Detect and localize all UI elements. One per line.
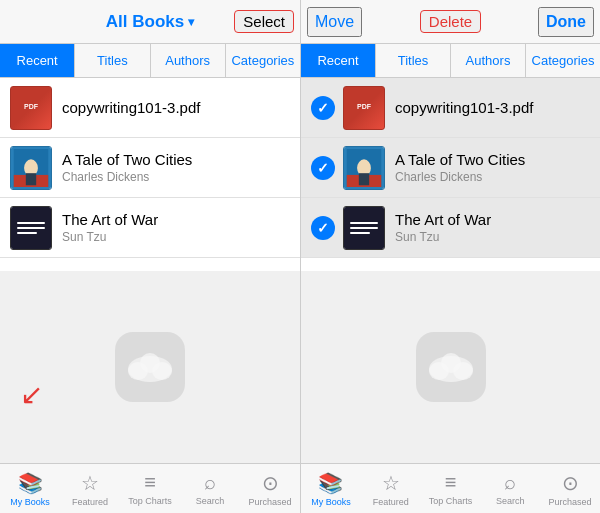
header-title-text: All Books bbox=[106, 12, 184, 32]
delete-button[interactable]: Delete bbox=[420, 10, 481, 33]
search-icon-left: ⌕ bbox=[204, 471, 216, 494]
featured-icon-right: ☆ bbox=[382, 471, 400, 495]
book-cover-pdf-right: PDF bbox=[343, 86, 385, 130]
nav-purchased-label-left: Purchased bbox=[248, 497, 291, 507]
nav-topcharts-right[interactable]: ≡ Top Charts bbox=[421, 464, 481, 513]
done-button[interactable]: Done bbox=[538, 7, 594, 37]
book-info-cities-left: A Tale of Two Cities Charles Dickens bbox=[62, 151, 290, 184]
right-bottom-nav: 📚 My Books ☆ Featured ≡ Top Charts ⌕ Sea… bbox=[301, 463, 600, 513]
book-info-war-left: The Art of War Sun Tzu bbox=[62, 211, 290, 244]
book-item-cities-left[interactable]: A Tale of Two Cities Charles Dickens bbox=[0, 138, 300, 198]
red-arrow-icon: ↙ bbox=[20, 379, 43, 410]
left-panel: All Books ▾ Select Recent Titles Authors… bbox=[0, 0, 300, 513]
book-info-cities-right: A Tale of Two Cities Charles Dickens bbox=[395, 151, 590, 184]
book-cover-cities-right bbox=[343, 146, 385, 190]
tab-authors-left[interactable]: Authors bbox=[151, 44, 226, 77]
book-cover-cities-left bbox=[10, 146, 52, 190]
nav-topcharts-label-right: Top Charts bbox=[429, 496, 473, 506]
book-title-pdf-left: copywriting101-3.pdf bbox=[62, 99, 290, 116]
left-header: All Books ▾ Select bbox=[0, 0, 300, 44]
book-title-cities-left: A Tale of Two Cities bbox=[62, 151, 290, 168]
book-cover-war-right bbox=[343, 206, 385, 250]
nav-featured-label-left: Featured bbox=[72, 497, 108, 507]
tab-authors-right[interactable]: Authors bbox=[451, 44, 526, 77]
left-bottom-nav: 📚 My Books ☆ Featured ≡ Top Charts ⌕ Sea… bbox=[0, 463, 300, 513]
left-book-list: PDF copywriting101-3.pdf A Tale of bbox=[0, 78, 300, 271]
svg-point-7 bbox=[140, 353, 160, 373]
nav-featured-label-right: Featured bbox=[373, 497, 409, 507]
select-check-cities: ✓ bbox=[311, 156, 335, 180]
book-title-war-right: The Art of War bbox=[395, 211, 590, 228]
purchased-icon-left: ⊙ bbox=[262, 471, 279, 495]
chevron-down-icon: ▾ bbox=[188, 15, 194, 29]
purchased-icon-right: ⊙ bbox=[562, 471, 579, 495]
tab-titles-left[interactable]: Titles bbox=[75, 44, 150, 77]
book-info-pdf-right: copywriting101-3.pdf bbox=[395, 99, 590, 116]
right-book-list: ✓ PDF copywriting101-3.pdf ✓ bbox=[301, 78, 600, 271]
book-item-pdf-left[interactable]: PDF copywriting101-3.pdf bbox=[0, 78, 300, 138]
left-tabs: Recent Titles Authors Categories bbox=[0, 44, 300, 78]
nav-mybooks-label-right: My Books bbox=[311, 497, 351, 507]
nav-featured-left[interactable]: ☆ Featured bbox=[60, 464, 120, 513]
featured-icon: ☆ bbox=[81, 471, 99, 495]
tab-categories-right[interactable]: Categories bbox=[526, 44, 600, 77]
book-item-cities-right[interactable]: ✓ A Tale of Two Cities Charles Dickens bbox=[301, 138, 600, 198]
book-author-war-right: Sun Tzu bbox=[395, 230, 590, 244]
nav-topcharts-left[interactable]: ≡ Top Charts bbox=[120, 464, 180, 513]
mybooks-icon: 📚 bbox=[18, 471, 43, 495]
book-item-pdf-right[interactable]: ✓ PDF copywriting101-3.pdf bbox=[301, 78, 600, 138]
select-check-pdf: ✓ bbox=[311, 96, 335, 120]
right-tabs: Recent Titles Authors Categories bbox=[301, 44, 600, 78]
right-empty-area bbox=[301, 271, 600, 464]
icloud-icon-right bbox=[416, 332, 486, 402]
book-title-pdf-right: copywriting101-3.pdf bbox=[395, 99, 590, 116]
mybooks-icon-right: 📚 bbox=[318, 471, 343, 495]
select-button[interactable]: Select bbox=[234, 10, 294, 33]
tab-recent-left[interactable]: Recent bbox=[0, 44, 75, 77]
all-books-title[interactable]: All Books ▾ bbox=[106, 12, 194, 32]
svg-rect-3 bbox=[26, 173, 36, 185]
nav-mybooks-right[interactable]: 📚 My Books bbox=[301, 464, 361, 513]
nav-topcharts-label-left: Top Charts bbox=[128, 496, 172, 506]
book-info-pdf-left: copywriting101-3.pdf bbox=[62, 99, 290, 116]
topcharts-icon: ≡ bbox=[144, 471, 156, 494]
left-empty-area: ↙ bbox=[0, 271, 300, 464]
nav-purchased-left[interactable]: ⊙ Purchased bbox=[240, 464, 300, 513]
nav-purchased-right[interactable]: ⊙ Purchased bbox=[540, 464, 600, 513]
nav-search-left[interactable]: ⌕ Search bbox=[180, 464, 240, 513]
right-header: Move Delete Done bbox=[301, 0, 600, 44]
book-author-cities-right: Charles Dickens bbox=[395, 170, 590, 184]
book-item-war-right[interactable]: ✓ The Art of War Sun Tzu bbox=[301, 198, 600, 258]
icloud-icon-left bbox=[115, 332, 185, 402]
right-panel: Move Delete Done Recent Titles Authors C… bbox=[300, 0, 600, 513]
svg-rect-11 bbox=[359, 173, 369, 185]
book-title-war-left: The Art of War bbox=[62, 211, 290, 228]
move-button[interactable]: Move bbox=[307, 7, 362, 37]
nav-purchased-label-right: Purchased bbox=[549, 497, 592, 507]
book-title-cities-right: A Tale of Two Cities bbox=[395, 151, 590, 168]
book-cover-war-left bbox=[10, 206, 52, 250]
red-arrow-container: ↙ bbox=[20, 378, 43, 411]
topcharts-icon-right: ≡ bbox=[445, 471, 457, 494]
svg-point-15 bbox=[441, 353, 461, 373]
select-check-war: ✓ bbox=[311, 216, 335, 240]
tab-categories-left[interactable]: Categories bbox=[226, 44, 300, 77]
book-item-war-left[interactable]: The Art of War Sun Tzu bbox=[0, 198, 300, 258]
search-icon-right: ⌕ bbox=[504, 471, 516, 494]
book-info-war-right: The Art of War Sun Tzu bbox=[395, 211, 590, 244]
book-author-cities-left: Charles Dickens bbox=[62, 170, 290, 184]
nav-featured-right[interactable]: ☆ Featured bbox=[361, 464, 421, 513]
book-cover-pdf-left: PDF bbox=[10, 86, 52, 130]
tab-titles-right[interactable]: Titles bbox=[376, 44, 451, 77]
nav-search-right[interactable]: ⌕ Search bbox=[480, 464, 540, 513]
nav-mybooks-label-left: My Books bbox=[10, 497, 50, 507]
nav-search-label-right: Search bbox=[496, 496, 525, 506]
book-author-war-left: Sun Tzu bbox=[62, 230, 290, 244]
nav-mybooks-left[interactable]: 📚 My Books bbox=[0, 464, 60, 513]
nav-search-label-left: Search bbox=[196, 496, 225, 506]
tab-recent-right[interactable]: Recent bbox=[301, 44, 376, 77]
